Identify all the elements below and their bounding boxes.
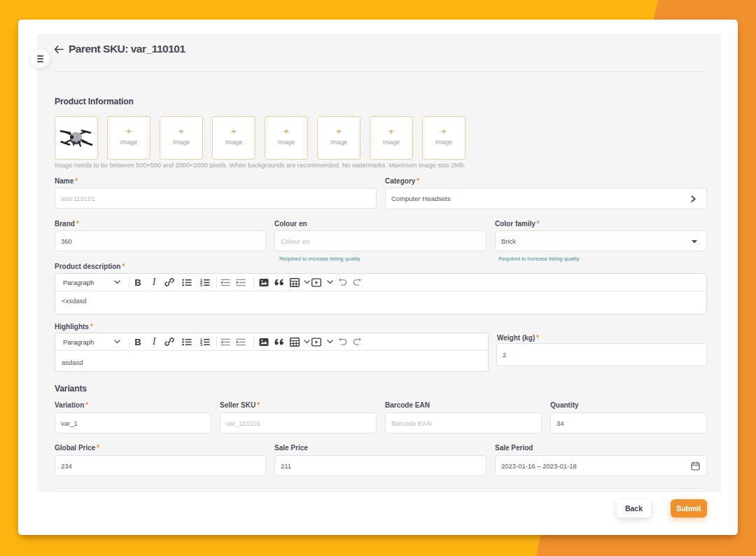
svg-text:3: 3 [200, 283, 202, 287]
svg-text:3: 3 [200, 342, 202, 347]
